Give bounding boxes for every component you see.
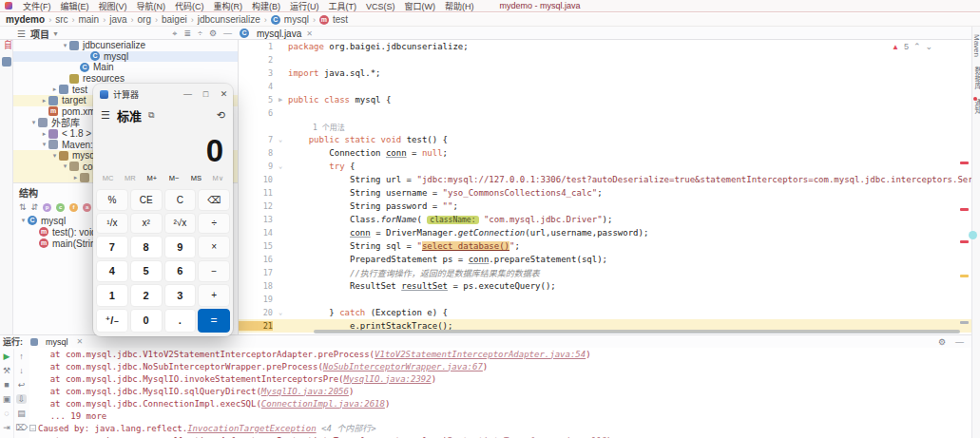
breadcrumb-item[interactable]: org xyxy=(138,14,151,25)
panel-menu-icon[interactable]: ☰ xyxy=(17,29,26,39)
run-tab-mysql[interactable]: mysql ✕ xyxy=(30,337,83,347)
ai-assistant-icon[interactable] xyxy=(969,231,977,239)
tool-window-bell[interactable]: 通知 xyxy=(972,99,980,114)
menu-item[interactable]: 编辑(E) xyxy=(56,2,94,11)
next-error-icon[interactable]: ⌄ xyxy=(925,42,932,51)
visibility-filter-c[interactable]: c xyxy=(56,203,65,212)
maximize-icon[interactable]: □ xyxy=(197,89,215,99)
code-line[interactable]: 3import java.sql.*; xyxy=(239,67,971,80)
calculator-window[interactable]: 计算器 —□✕ ☰ 标准 ⧉ ⟲ 0 MCMRM+M−MSM∨ %CEC⌫¹/x… xyxy=(93,84,233,336)
run-settings-icon[interactable]: ⚒ xyxy=(3,366,10,375)
tool-window-maven[interactable]: Maven xyxy=(972,34,980,57)
collapse-all-icon[interactable]: ÷ xyxy=(198,29,202,39)
visibility-filter-a[interactable]: a xyxy=(83,203,91,212)
hide-panel-icon[interactable]: — xyxy=(223,29,232,39)
calc-key[interactable]: 5 xyxy=(130,260,163,283)
inspections-widget[interactable]: ▲ 5 ⌃ ⌄ xyxy=(892,42,932,51)
visibility-filter-f[interactable]: f xyxy=(69,203,78,212)
tree-toggle-icon[interactable]: ▾ xyxy=(61,162,69,170)
stacktrace-link[interactable]: ConnectionImpl.java:2618 xyxy=(261,399,385,409)
tree-toggle-icon[interactable]: ▾ xyxy=(61,42,69,49)
breadcrumb-item[interactable]: jdbcunserialize xyxy=(198,14,260,25)
hide-panel-icon[interactable]: — xyxy=(955,337,964,347)
run-gutter-icon[interactable]: ▶ xyxy=(273,96,288,104)
calc-key[interactable]: ²√x xyxy=(164,213,197,235)
usages-inlay-hint[interactable]: 1 个用法 xyxy=(239,120,971,133)
tree-toggle-icon[interactable]: ▸ xyxy=(40,97,48,105)
history-icon[interactable]: ⟲ xyxy=(217,109,225,122)
tree-item[interactable]: CMain xyxy=(13,62,238,73)
code-line[interactable]: 19 xyxy=(239,293,971,306)
calc-key[interactable]: ⌫ xyxy=(198,189,230,211)
settings-icon[interactable]: ⚙ xyxy=(209,29,217,39)
calc-key[interactable]: 1 xyxy=(96,284,128,307)
calc-key[interactable]: 3 xyxy=(164,284,197,307)
calc-key[interactable]: 0 xyxy=(130,309,163,333)
sort-alpha-icon[interactable]: ⇅ xyxy=(19,202,27,212)
project-panel-header[interactable]: ☰ 项目 ▼ ⌖≣÷⚙— xyxy=(13,27,238,40)
visibility-filter-p[interactable]: p xyxy=(43,203,51,212)
sort-visibility-icon[interactable]: ⇵ xyxy=(31,202,39,212)
stripe-mark[interactable] xyxy=(960,240,969,243)
breadcrumb-item[interactable]: mysql xyxy=(284,14,309,25)
scroll-to-end-icon[interactable]: ⇩ xyxy=(16,394,28,404)
stacktrace-link[interactable]: MysqlIO.java:2392 xyxy=(344,374,432,384)
calc-key[interactable]: x² xyxy=(130,213,163,235)
settings-icon[interactable]: ⚙ xyxy=(938,337,946,347)
down-stack-icon[interactable]: ↓ xyxy=(19,366,24,375)
stacktrace-link[interactable]: InvocationTargetException xyxy=(187,424,316,433)
code-line[interactable]: 16 PreparedStatement ps = conn.prepareSt… xyxy=(239,253,971,266)
tree-toggle-icon[interactable]: ▾ xyxy=(19,217,28,224)
tree-toggle-icon[interactable]: ▸ xyxy=(50,86,59,93)
calculator-menu-icon[interactable]: ☰ xyxy=(101,109,110,122)
code-line[interactable]: 11 String username = "yso_CommonsCollect… xyxy=(239,186,971,200)
code-line[interactable]: 7⌄ public static void test() { xyxy=(239,133,971,146)
menu-item[interactable]: 帮助(H) xyxy=(440,2,479,11)
fold-gutter-icon[interactable]: ⌄ xyxy=(273,309,288,316)
tree-toggle-icon[interactable]: ▾ xyxy=(29,119,38,126)
memory-button-mr[interactable]: MR xyxy=(119,171,141,186)
print-icon[interactable]: ▤ xyxy=(17,409,26,418)
locate-icon[interactable]: ⌖ xyxy=(172,29,177,39)
tree-item[interactable]: Cmysql xyxy=(13,51,238,63)
stacktrace-link[interactable]: V1toV2StatementInterceptorAdapter.java:5… xyxy=(375,350,586,359)
thread-dump-icon[interactable]: ▣ xyxy=(3,394,11,404)
clear-icon[interactable]: ⌦ xyxy=(15,423,28,432)
menu-item[interactable]: 窗口(W) xyxy=(400,2,441,11)
calc-key[interactable]: − xyxy=(198,260,230,283)
calc-key[interactable]: 7 xyxy=(96,236,128,258)
close-tab-icon[interactable]: ✕ xyxy=(306,29,313,38)
calc-key[interactable]: . xyxy=(164,309,197,333)
code-line[interactable]: 14 conn = DriverManager.getConnection(ur… xyxy=(239,226,971,239)
code-line[interactable]: 9⌄ try { xyxy=(239,160,971,173)
console-output[interactable]: at com.mysql.jdbc.V1toV2StatementInterce… xyxy=(29,348,971,438)
calc-key[interactable]: 6 xyxy=(164,260,197,283)
calc-key[interactable]: ÷ xyxy=(198,213,230,235)
code-line[interactable]: 1package org.baigei.jdbcunserialize; xyxy=(239,40,971,53)
memory-button-mc[interactable]: MC xyxy=(97,171,119,186)
calc-key[interactable]: + xyxy=(198,284,230,307)
calc-key[interactable]: 2 xyxy=(130,284,163,307)
stripe-mark[interactable] xyxy=(960,275,969,277)
editor-tab-mysql-java[interactable]: mysql.java xyxy=(257,29,301,39)
code-line[interactable]: 4 xyxy=(239,80,971,93)
close-icon[interactable]: ✕ xyxy=(215,89,233,99)
stacktrace-link[interactable]: NoSubInterceptorWrapper.java:67 xyxy=(323,362,483,371)
code-line[interactable]: 6 xyxy=(239,106,971,120)
code-line[interactable]: 15 String sql = "select database()"; xyxy=(239,239,971,253)
minimize-icon[interactable]: — xyxy=(179,89,197,99)
calc-key[interactable]: 9 xyxy=(164,236,197,258)
tree-toggle-icon[interactable]: ▾ xyxy=(50,152,59,160)
calc-key[interactable]: ¹/x xyxy=(96,213,128,235)
fold-gutter-icon[interactable]: ⌄ xyxy=(273,136,288,143)
calc-key[interactable]: × xyxy=(198,236,230,258)
code-line[interactable]: 12 String password = ""; xyxy=(239,200,971,213)
code-line[interactable]: 2 xyxy=(239,53,971,67)
breadcrumb-item[interactable]: test xyxy=(333,14,348,25)
prev-error-icon[interactable]: ⌃ xyxy=(913,42,921,51)
menu-item[interactable]: 视图(V) xyxy=(94,2,132,11)
calculator-title-bar[interactable]: 计算器 —□✕ xyxy=(93,84,233,105)
calc-key[interactable]: CE xyxy=(130,189,163,211)
code-line[interactable]: 13 Class.forName( className: "com.mysql.… xyxy=(239,213,971,226)
tree-toggle-icon[interactable]: ▾ xyxy=(40,141,48,148)
